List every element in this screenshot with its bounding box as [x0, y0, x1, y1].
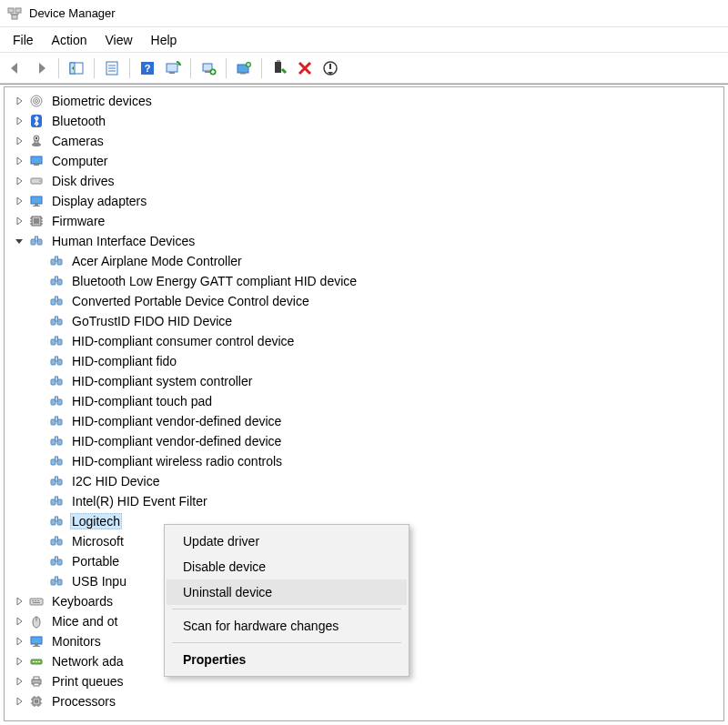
menu-action[interactable]: Action: [43, 29, 96, 51]
tree-expander[interactable]: [12, 194, 26, 208]
ctx-scan-hardware[interactable]: Scan for hardware changes: [167, 613, 407, 639]
menu-view[interactable]: View: [96, 29, 141, 51]
ctx-update-driver[interactable]: Update driver: [167, 529, 407, 554]
tree-expander[interactable]: [12, 694, 26, 709]
tree-spacer: [32, 294, 46, 308]
svg-rect-41: [33, 206, 40, 206]
tree-category[interactable]: Computer: [5, 151, 723, 171]
ctx-uninstall-device[interactable]: Uninstall device: [167, 579, 407, 605]
tree-device[interactable]: Intel(R) HID Event Filter: [25, 491, 723, 511]
tree-expander[interactable]: [12, 154, 26, 168]
svg-point-29: [35, 100, 38, 103]
tree-category[interactable]: Display adapters: [5, 191, 723, 211]
toolbar-separator: [94, 58, 95, 78]
tree-device[interactable]: Bluetooth Low Energy GATT compliant HID …: [25, 271, 723, 291]
disable-device-button[interactable]: [318, 56, 342, 80]
tree-device[interactable]: Acer Airplane Mode Controller: [25, 251, 723, 271]
tree-expander[interactable]: [12, 634, 26, 649]
uninstall-device-button[interactable]: [293, 56, 317, 80]
svg-rect-85: [56, 457, 58, 461]
tree-spacer: [32, 374, 46, 388]
help-button[interactable]: ?: [136, 56, 159, 80]
svg-rect-94: [56, 517, 58, 521]
tree-device[interactable]: HID-compliant fido: [25, 351, 723, 371]
context-menu: Update driver Disable device Uninstall d…: [164, 524, 410, 677]
tree-expander[interactable]: [12, 134, 26, 148]
svg-rect-23: [240, 73, 246, 75]
svg-rect-0: [8, 8, 14, 13]
ctx-properties[interactable]: Properties: [167, 647, 407, 672]
svg-rect-117: [38, 661, 40, 662]
svg-point-28: [34, 98, 40, 105]
tree-device[interactable]: Converted Portable Device Control device: [25, 291, 723, 311]
svg-rect-88: [56, 477, 58, 481]
tree-device-label: HID-compliant wireless radio controls: [70, 454, 284, 468]
tree-expander[interactable]: [12, 94, 26, 108]
tree-category-label: Network ada: [50, 654, 126, 669]
add-legacy-hardware-button[interactable]: [197, 56, 220, 80]
tree-expander[interactable]: [12, 114, 26, 128]
hid-icon: [48, 393, 65, 409]
tree-expander[interactable]: [12, 234, 26, 248]
tree-device[interactable]: HID-compliant vendor-defined device: [25, 411, 723, 431]
hid-icon: [48, 453, 65, 469]
properties-button[interactable]: [100, 56, 124, 80]
tree-expander[interactable]: [12, 674, 26, 689]
tree-expander[interactable]: [12, 594, 26, 609]
tree-spacer: [32, 494, 46, 509]
tree-category[interactable]: Firmware: [5, 211, 723, 231]
hid-icon: [48, 553, 65, 569]
svg-rect-104: [30, 599, 43, 605]
tree-device[interactable]: HID-compliant wireless radio controls: [25, 451, 723, 471]
tree-expander[interactable]: [12, 214, 26, 228]
tree-device-label: Acer Airplane Mode Controller: [70, 254, 244, 268]
menu-file[interactable]: File: [4, 29, 43, 51]
forward-button[interactable]: [29, 56, 53, 80]
toolbar-separator: [226, 58, 227, 78]
tree-device[interactable]: HID-compliant consumer control device: [25, 331, 723, 351]
tree-expander[interactable]: [12, 614, 26, 629]
menu-help[interactable]: Help: [142, 29, 187, 51]
tree-category[interactable]: Biometric devices: [5, 91, 723, 111]
tree-device[interactable]: HID-compliant touch pad: [25, 391, 723, 411]
svg-rect-91: [56, 497, 58, 501]
tree-category[interactable]: Bluetooth: [5, 111, 723, 131]
tree-category[interactable]: Disk drives: [5, 171, 723, 191]
tree-device-label: HID-compliant touch pad: [70, 394, 214, 408]
svg-text:?: ?: [145, 63, 151, 74]
scan-hardware-button[interactable]: [161, 56, 185, 80]
tree-category[interactable]: Processors: [5, 691, 723, 711]
window-title: Device Manager: [29, 6, 116, 20]
tree-device[interactable]: I2C HID Device: [25, 471, 723, 491]
tree-spacer: [32, 354, 46, 368]
tree-device[interactable]: HID-compliant vendor-defined device: [25, 431, 723, 451]
svg-rect-122: [35, 700, 38, 703]
show-hide-console-tree-button[interactable]: [65, 56, 88, 80]
computer-icon: [28, 153, 45, 169]
tree-spacer: [32, 414, 46, 428]
svg-rect-116: [35, 661, 37, 662]
back-button[interactable]: [4, 56, 27, 80]
toolbar: ?: [0, 53, 728, 84]
processor-icon: [28, 693, 45, 710]
tree-spacer: [32, 554, 46, 569]
tree-category-label: Display adapters: [50, 194, 148, 208]
tree-expander[interactable]: [12, 174, 26, 188]
svg-rect-115: [33, 661, 35, 662]
tree-device-label: HID-compliant fido: [70, 354, 178, 368]
tree-device-label: USB Inpu: [70, 574, 128, 589]
hid-icon: [48, 273, 65, 289]
update-driver-button[interactable]: [232, 56, 256, 80]
hid-icon: [48, 493, 65, 509]
toolbar-separator: [58, 58, 59, 78]
tree-category[interactable]: Cameras: [5, 131, 723, 151]
enable-device-button[interactable]: [268, 56, 291, 80]
tree-category[interactable]: Human Interface Devices: [5, 231, 723, 251]
ctx-disable-device[interactable]: Disable device: [167, 554, 407, 579]
tree-device[interactable]: HID-compliant system controller: [25, 371, 723, 391]
tree-device-label: HID-compliant vendor-defined device: [70, 434, 283, 448]
tree-device[interactable]: GoTrustID FIDO HID Device: [25, 311, 723, 331]
mouse-icon: [28, 613, 45, 629]
tree-expander[interactable]: [12, 654, 26, 669]
tree-category-label: Human Interface Devices: [50, 234, 197, 248]
